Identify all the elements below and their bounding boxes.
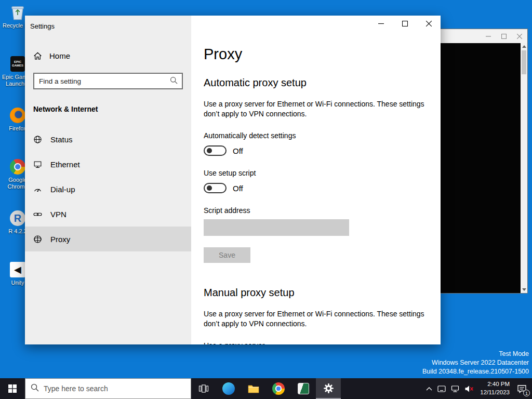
green-app-icon[interactable] xyxy=(291,378,316,399)
notification-badge: 1 xyxy=(523,390,530,396)
automatic-proxy-heading: Automatic proxy setup xyxy=(204,77,428,89)
task-view-button[interactable] xyxy=(191,378,216,399)
toggle-knob xyxy=(207,148,212,153)
sidebar-section-title: Network & Internet xyxy=(33,105,191,113)
start-button[interactable] xyxy=(0,378,25,399)
sidebar-item-label: Ethernet xyxy=(50,160,80,169)
use-proxy-server-label: Use a proxy server xyxy=(204,341,428,344)
save-button[interactable]: Save xyxy=(204,247,250,263)
r-icon: R xyxy=(9,210,26,227)
detect-settings-toggle-row: Off xyxy=(204,145,428,156)
maximize-icon[interactable] xyxy=(496,29,512,43)
toggle-state-label: Off xyxy=(233,147,243,155)
settings-window: Settings Home Network & Internet xyxy=(25,16,441,344)
taskbar-clock[interactable]: 2:40 PM 12/11/2023 xyxy=(476,378,513,399)
close-icon[interactable] xyxy=(417,16,441,31)
scroll-up-icon[interactable] xyxy=(521,43,527,50)
taskbar: 2:40 PM 12/11/2023 1 xyxy=(0,378,532,399)
chrome-icon xyxy=(9,158,26,175)
sidebar-item-ethernet[interactable]: Ethernet xyxy=(25,152,191,177)
settings-content: Proxy Automatic proxy setup Use a proxy … xyxy=(191,16,441,344)
settings-search-box[interactable] xyxy=(33,73,183,89)
vpn-icon xyxy=(33,210,42,219)
home-icon xyxy=(33,51,42,60)
page-title: Proxy xyxy=(204,46,428,63)
minimize-icon[interactable] xyxy=(369,16,393,31)
unity-icon: ◀ xyxy=(9,261,26,278)
proxy-globe-icon xyxy=(33,235,42,244)
watermark-line-3: Build 20348.fe_release.210507-1500 xyxy=(422,367,529,376)
manual-proxy-heading: Manual proxy setup xyxy=(204,287,428,299)
sidebar-item-vpn[interactable]: VPN xyxy=(25,202,191,227)
maximize-icon[interactable] xyxy=(393,16,417,31)
detect-settings-label: Automatically detect settings xyxy=(204,131,428,140)
search-icon xyxy=(31,383,39,394)
clock-time: 2:40 PM xyxy=(480,380,510,389)
scrollbar[interactable] xyxy=(521,43,527,293)
dialup-icon xyxy=(33,185,42,194)
sidebar-item-label: VPN xyxy=(50,210,66,219)
action-center-icon[interactable]: 1 xyxy=(513,378,532,399)
firefox-icon xyxy=(9,107,26,124)
ethernet-icon xyxy=(33,160,42,169)
sidebar-item-home[interactable]: Home xyxy=(33,49,191,62)
network-icon[interactable] xyxy=(448,378,462,399)
sidebar-item-label: Status xyxy=(50,135,73,144)
desktop: Recycle Bin EPIC GAMES Epic Games Launch… xyxy=(0,0,532,399)
watermark-line-2: Windows Server 2022 Datacenter xyxy=(422,358,529,367)
use-setup-script-toggle-row: Off xyxy=(204,183,428,193)
sidebar-home-label: Home xyxy=(49,51,70,60)
scrollbar-track xyxy=(521,75,527,286)
globe-icon xyxy=(33,135,42,144)
automatic-proxy-description: Use a proxy server for Ethernet or Wi-Fi… xyxy=(204,99,428,118)
test-mode-watermark: Test Mode Windows Server 2022 Datacenter… xyxy=(422,350,529,376)
sidebar-nav: Status Ethernet Dial-up xyxy=(25,127,191,251)
search-icon xyxy=(170,76,178,86)
toggle-knob xyxy=(207,185,212,191)
manual-proxy-description: Use a proxy server for Ethernet or Wi-Fi… xyxy=(204,309,428,328)
detect-settings-toggle[interactable] xyxy=(204,145,227,156)
settings-search-input[interactable] xyxy=(39,77,170,85)
watermark-line-1: Test Mode xyxy=(422,350,529,358)
scrollbar-thumb[interactable] xyxy=(522,50,526,74)
use-setup-script-label: Use setup script xyxy=(204,169,428,177)
toggle-state-label: Off xyxy=(233,184,243,193)
sidebar-item-label: Dial-up xyxy=(50,185,75,194)
clock-date: 12/11/2023 xyxy=(480,389,510,397)
epic-games-icon: EPIC GAMES xyxy=(9,56,26,72)
sidebar-item-status[interactable]: Status xyxy=(25,127,191,152)
tray-tablet-icon[interactable] xyxy=(435,378,448,399)
recycle-bin-icon xyxy=(9,4,26,21)
close-icon[interactable] xyxy=(512,29,527,43)
taskbar-search-input[interactable] xyxy=(44,384,185,393)
sidebar-item-dialup[interactable]: Dial-up xyxy=(25,177,191,202)
use-setup-script-toggle[interactable] xyxy=(204,183,227,193)
settings-gear-icon[interactable] xyxy=(316,378,341,399)
file-explorer-icon[interactable] xyxy=(241,378,266,399)
window-controls xyxy=(369,16,441,31)
chrome-icon[interactable] xyxy=(266,378,291,399)
tray-chevron-up-icon[interactable] xyxy=(423,378,435,399)
taskbar-search-box[interactable] xyxy=(25,378,191,399)
sidebar-item-proxy[interactable]: Proxy xyxy=(25,227,191,251)
edge-icon[interactable] xyxy=(216,378,241,399)
settings-sidebar: Settings Home Network & Internet xyxy=(25,16,191,344)
volume-muted-icon[interactable] xyxy=(462,378,476,399)
script-address-input[interactable] xyxy=(204,219,349,236)
taskbar-empty-area xyxy=(341,378,423,399)
system-tray: 2:40 PM 12/11/2023 1 xyxy=(423,378,532,399)
script-address-label: Script address xyxy=(204,206,428,215)
window-title: Settings xyxy=(25,16,191,30)
minimize-icon[interactable] xyxy=(481,29,496,43)
scroll-down-icon[interactable] xyxy=(521,286,527,293)
sidebar-item-label: Proxy xyxy=(50,235,70,244)
